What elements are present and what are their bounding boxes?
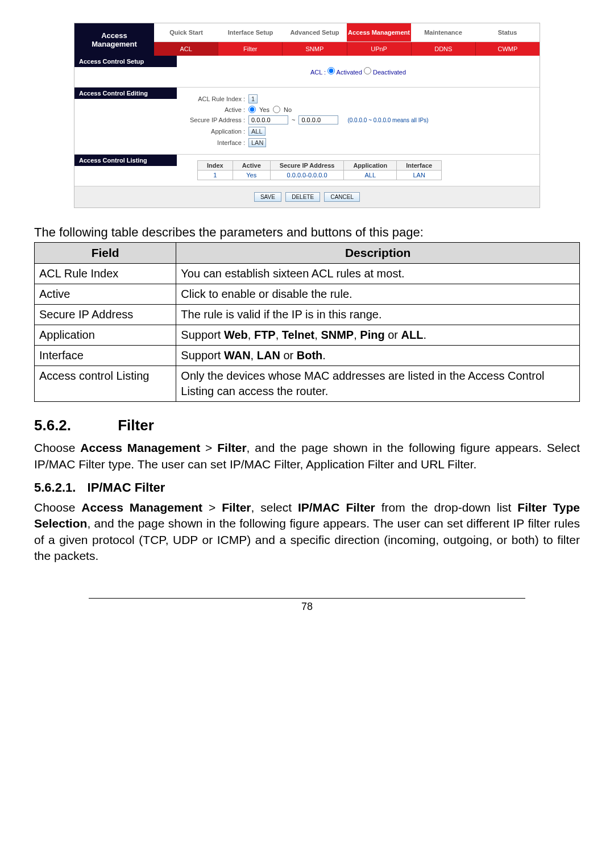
acl-activated-radio[interactable] — [327, 67, 335, 74]
cell-application: ALL — [344, 171, 397, 180]
active-no-radio[interactable] — [273, 106, 280, 113]
param-th-desc: Description — [176, 243, 580, 264]
listing-th-interface: Interface — [397, 161, 442, 171]
section-title-acl-listing: Access Control Listing — [74, 155, 177, 166]
listing-th-index: Index — [198, 161, 233, 171]
table-row: ACL Rule IndexYou can establish sixteen … — [35, 264, 580, 284]
acl-label: ACL : — [310, 69, 326, 76]
para-5621: Choose Access Management > Filter, selec… — [34, 500, 580, 564]
delete-button[interactable]: DELETE — [285, 192, 320, 202]
active-yes-label: Yes — [259, 106, 269, 113]
parameter-table: Field Description ACL Rule IndexYou can … — [34, 242, 580, 402]
active-label: Active : — [180, 106, 248, 113]
cell-interface: LAN — [397, 171, 442, 180]
application-select[interactable]: ALL — [248, 127, 265, 136]
listing-th-active: Active — [233, 161, 270, 171]
tab-quick-start[interactable]: Quick Start — [154, 23, 218, 41]
cell-field: ACL Rule Index — [35, 264, 176, 284]
cell-desc: The rule is valid if the IP is in this r… — [176, 305, 580, 325]
listing-th-application: Application — [344, 161, 397, 171]
cell-field: Secure IP Address — [35, 305, 176, 325]
param-th-field: Field — [35, 243, 176, 264]
secure-ip-from[interactable] — [248, 115, 288, 124]
secure-ip-label: Secure IP Address : — [180, 117, 248, 123]
para-562: Choose Access Management > Filter, and t… — [34, 440, 580, 472]
tab-access-management[interactable]: Access Management — [347, 23, 411, 41]
tab-maintenance[interactable]: Maintenance — [411, 23, 475, 41]
acl-deactivated-label: Deactivated — [373, 69, 406, 76]
cell-index: 1 — [198, 171, 233, 180]
heading-562-title: Filter — [118, 417, 154, 434]
heading-562: 5.6.2. Filter — [34, 417, 580, 434]
subtab-upnp[interactable]: UPnP — [347, 42, 412, 56]
interface-label: Interface : — [180, 139, 248, 146]
secure-ip-note: (0.0.0.0 ~ 0.0.0.0 means all IPs) — [347, 117, 428, 123]
subtab-filter[interactable]: Filter — [218, 42, 283, 56]
subtab-ddns[interactable]: DDNS — [412, 42, 476, 56]
table-row: Access control ListingOnly the devices w… — [35, 366, 580, 402]
listing-th-secureip: Secure IP Address — [270, 161, 344, 171]
acl-deactivated-radio[interactable] — [364, 67, 371, 74]
rule-index-select[interactable]: 1 — [248, 94, 258, 103]
cell-secureip: 0.0.0.0-0.0.0.0 — [270, 171, 344, 180]
listing-row: 1 Yes 0.0.0.0-0.0.0.0 ALL LAN — [198, 171, 442, 180]
cell-desc: Click to enable or disable the rule. — [176, 284, 580, 305]
active-yes-radio[interactable] — [248, 106, 256, 113]
section-title-acl-editing: Access Control Editing — [74, 88, 177, 99]
cell-field: Access control Listing — [35, 366, 176, 402]
table-row: ActiveClick to enable or disable the rul… — [35, 284, 580, 305]
sidebar-line1: Access — [101, 31, 127, 40]
section-title-acl-setup: Access Control Setup — [74, 56, 177, 67]
page-number: 78 — [89, 598, 525, 613]
table-caption: The following table describes the parame… — [34, 225, 580, 240]
tab-status[interactable]: Status — [475, 23, 540, 41]
tab-interface-setup[interactable]: Interface Setup — [218, 23, 283, 41]
cell-desc: Only the devices whose MAC addresses are… — [176, 366, 580, 402]
interface-select[interactable]: LAN — [248, 138, 266, 147]
sidebar-line2: Management — [92, 40, 136, 48]
left-sidebar-title: Access Management — [74, 23, 154, 56]
cell-field: Interface — [35, 346, 176, 366]
tab-advanced-setup[interactable]: Advanced Setup — [283, 23, 347, 41]
rule-index-label: ACL Rule Index : — [180, 95, 248, 102]
subtab-snmp[interactable]: SNMP — [283, 42, 347, 56]
table-row: Secure IP AddressThe rule is valid if th… — [35, 305, 580, 325]
cell-active: Yes — [233, 171, 270, 180]
sub-tabs: ACL Filter SNMP UPnP DDNS CWMP — [154, 42, 540, 56]
active-no-label: No — [284, 106, 292, 113]
main-tabs: Quick Start Interface Setup Advanced Set… — [154, 23, 540, 42]
table-row: InterfaceSupport WAN, LAN or Both. — [35, 346, 580, 366]
tilde: ~ — [292, 117, 295, 123]
cell-desc: Support WAN, LAN or Both. — [176, 346, 580, 366]
cancel-button[interactable]: CANCEL — [324, 192, 360, 202]
secure-ip-to[interactable] — [298, 115, 338, 124]
heading-5621-title: IP/MAC Filter — [88, 480, 165, 495]
cell-field: Active — [35, 284, 176, 305]
application-label: Application : — [180, 128, 248, 135]
heading-562-num: 5.6.2. — [34, 417, 114, 434]
table-row: ApplicationSupport Web, FTP, Telnet, SNM… — [35, 325, 580, 346]
heading-5621-num: 5.6.2.1. — [34, 480, 76, 495]
cell-field: Application — [35, 325, 176, 346]
acl-activated-label: Activated — [337, 69, 362, 76]
subtab-acl[interactable]: ACL — [154, 42, 218, 56]
subtab-cwmp[interactable]: CWMP — [476, 42, 540, 56]
router-admin-screenshot: Access Management Quick Start Interface … — [74, 23, 540, 208]
listing-table: Index Active Secure IP Address Applicati… — [197, 160, 442, 180]
cell-desc: Support Web, FTP, Telnet, SNMP, Ping or … — [176, 325, 580, 346]
save-button[interactable]: SAVE — [254, 192, 281, 202]
cell-desc: You can establish sixteen ACL rules at m… — [176, 264, 580, 284]
heading-5621: 5.6.2.1. IP/MAC Filter — [34, 480, 580, 495]
